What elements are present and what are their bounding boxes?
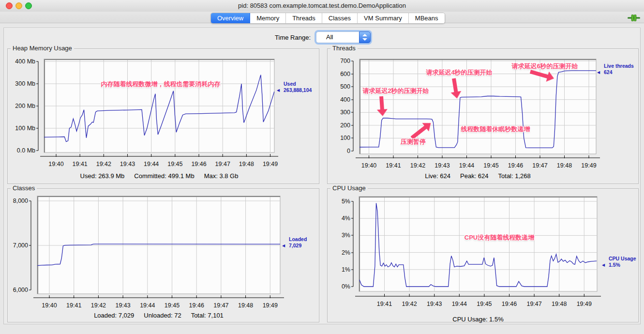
time-range-selected-value: All bbox=[326, 32, 333, 43]
x-tick-label: 19:44 bbox=[140, 161, 163, 167]
x-tick-label: 19:48 bbox=[548, 301, 571, 307]
left-triangle-icon: ◀ bbox=[282, 243, 285, 248]
y-tick-label: 2% bbox=[325, 249, 350, 256]
x-tick-label: 19:43 bbox=[431, 162, 454, 169]
x-tick-label: 19:46 bbox=[185, 302, 208, 309]
x-tick-label: 19:41 bbox=[382, 162, 405, 169]
time-range-label: Time Range: bbox=[252, 34, 311, 41]
x-tick-label: 19:46 bbox=[498, 301, 521, 307]
x-tick-label: 19:43 bbox=[111, 302, 135, 309]
x-tick-label: 19:45 bbox=[161, 302, 184, 309]
annotation-arrow bbox=[376, 96, 388, 116]
x-tick-label: 19:47 bbox=[210, 302, 233, 309]
y-tick-label: 200 Mb bbox=[10, 103, 35, 109]
series-value-label: Used263,888,104 bbox=[284, 81, 312, 93]
x-tick-label: 19:43 bbox=[423, 301, 446, 307]
x-tick-label: 19:46 bbox=[187, 161, 210, 167]
y-tick-label: 700 bbox=[325, 58, 350, 64]
y-tick-label: 0% bbox=[325, 283, 350, 290]
panel-title-heap: Heap Memory Usage bbox=[11, 45, 74, 52]
annotation-text: 请求延迟4秒的压测开始 bbox=[426, 68, 492, 77]
x-tick-label: 19:48 bbox=[235, 161, 258, 167]
left-triangle-icon: ◀ bbox=[277, 88, 280, 93]
y-tick-label: 300 bbox=[325, 109, 350, 116]
left-triangle-icon: ◀ bbox=[597, 70, 600, 75]
x-tick-label: 19:40 bbox=[358, 162, 381, 169]
x-tick-label: 19:48 bbox=[234, 302, 257, 309]
x-tick-label: 19:47 bbox=[523, 301, 546, 307]
y-tick-label: 600 bbox=[325, 71, 350, 77]
x-tick-label: 19:42 bbox=[87, 302, 110, 309]
left-triangle-icon: ◀ bbox=[602, 263, 605, 268]
y-tick-label: 400 Mb bbox=[10, 58, 35, 65]
y-tick-label: 300 Mb bbox=[10, 80, 35, 87]
x-tick-label: 19:41 bbox=[62, 302, 86, 309]
chart-footer: Live: 624Peak: 624Total: 1,268 bbox=[359, 172, 596, 180]
chart-footer: Used: 263.9 MbCommitted: 499.1 MbMax: 3.… bbox=[44, 172, 274, 180]
cpu-usage-panel: CPU Usage 5%4%3%2%1%0%19:4119:4219:4319:… bbox=[327, 188, 639, 322]
y-tick-label: 100 bbox=[325, 135, 350, 141]
y-tick-label: 0 bbox=[325, 148, 350, 154]
x-tick-label: 19:48 bbox=[553, 162, 576, 169]
x-tick-label: 19:46 bbox=[504, 162, 527, 169]
y-tick-label: 6,000 bbox=[3, 287, 28, 293]
chart-footer: Loaded: 7,029Unloaded: 72Total: 7,101 bbox=[37, 312, 280, 319]
y-tick-label: 5% bbox=[325, 198, 350, 205]
x-tick-label: 19:45 bbox=[473, 301, 496, 307]
y-tick-label: 1% bbox=[325, 266, 350, 273]
x-tick-label: 19:42 bbox=[406, 162, 430, 169]
tab-overview[interactable]: Overview bbox=[211, 13, 250, 23]
x-tick-label: 19:49 bbox=[572, 301, 596, 307]
y-tick-label: 8,000 bbox=[3, 197, 28, 204]
annotation-text: 请求延迟6秒的压测开始 bbox=[511, 62, 578, 71]
tab-mbeans[interactable]: MBeans bbox=[409, 13, 445, 23]
x-tick-label: 19:45 bbox=[164, 161, 187, 167]
series-value-label: Loaded7,029 bbox=[289, 236, 307, 249]
x-tick-label: 19:49 bbox=[258, 302, 282, 309]
y-tick-label: 7,000 bbox=[3, 242, 28, 249]
window-title: pid: 80583 com.example.tomcat.test.demo.… bbox=[0, 2, 644, 9]
x-tick-label: 19:47 bbox=[528, 162, 552, 169]
series-value-label: Live threads624 bbox=[604, 63, 634, 76]
y-tick-label: 0.0 Mb bbox=[10, 147, 35, 154]
series-value-label: CPU Usage1.5% bbox=[609, 256, 636, 268]
x-tick-label: 19:43 bbox=[116, 161, 139, 167]
x-tick-label: 19:44 bbox=[136, 302, 159, 309]
tab-bar: OverviewMemoryThreadsClassesVM SummaryMB… bbox=[210, 13, 445, 24]
window-titlebar: pid: 80583 com.example.tomcat.test.demo.… bbox=[0, 0, 644, 12]
x-tick-label: 19:40 bbox=[38, 302, 61, 309]
x-tick-label: 19:47 bbox=[211, 161, 234, 167]
x-tick-label: 19:41 bbox=[373, 301, 396, 307]
y-tick-label: 4% bbox=[325, 215, 350, 222]
y-tick-label: 3% bbox=[325, 232, 350, 239]
overview-content-panel: Time Range: All Heap Memory Usage 400 Mb… bbox=[3, 28, 641, 324]
tab-threads[interactable]: Threads bbox=[286, 13, 322, 23]
x-tick-label: 19:44 bbox=[455, 162, 479, 169]
tab-memory[interactable]: Memory bbox=[250, 13, 286, 23]
x-tick-label: 19:41 bbox=[68, 161, 91, 167]
x-tick-label: 19:49 bbox=[577, 162, 600, 169]
annotation-text: 压测暂停 bbox=[401, 137, 426, 146]
panel-title-threads: Threads bbox=[330, 45, 358, 52]
x-tick-label: 19:40 bbox=[45, 161, 68, 167]
x-tick-label: 19:44 bbox=[448, 301, 471, 307]
annotation-text: 内存随着线程数微增，线程也需要消耗内存 bbox=[101, 80, 221, 89]
connection-status-icon[interactable] bbox=[628, 15, 640, 23]
y-tick-label: 200 bbox=[325, 122, 350, 129]
x-tick-label: 19:45 bbox=[479, 162, 503, 169]
x-tick-label: 19:42 bbox=[398, 301, 421, 307]
chart-footer: CPU Usage: 1.5% bbox=[359, 316, 597, 323]
up-down-stepper-icon[interactable] bbox=[359, 31, 371, 43]
tab-vm-summary[interactable]: VM Summary bbox=[358, 13, 409, 23]
y-tick-label: 100 Mb bbox=[10, 125, 35, 132]
x-tick-label: 19:42 bbox=[92, 161, 115, 167]
y-tick-label: 500 bbox=[325, 83, 350, 90]
threads-panel: Threads 700600500400300200100019:4019:41… bbox=[327, 48, 639, 184]
time-range-select[interactable]: All bbox=[316, 31, 371, 43]
tab-classes[interactable]: Classes bbox=[322, 13, 358, 23]
x-tick-label: 19:49 bbox=[259, 161, 282, 167]
annotation-text: 请求延迟2秒的压测开始 bbox=[362, 87, 429, 95]
annotation-text: CPU没有随着线程数递增 bbox=[464, 233, 534, 242]
classes-panel: Classes 8,0007,0006,00019:4019:4119:4219… bbox=[7, 188, 319, 322]
panel-title-classes: Classes bbox=[11, 184, 37, 192]
